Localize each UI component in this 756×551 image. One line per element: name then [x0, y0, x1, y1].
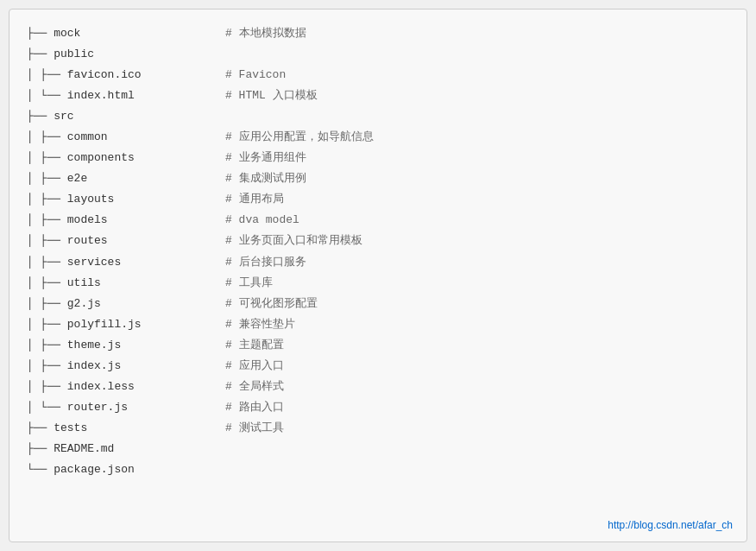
tree-line: │ ├── common# 应用公用配置，如导航信息 [27, 127, 729, 148]
tree-prefix: │ ├── favicon.ico [27, 65, 225, 86]
tree-comment: # 主题配置 [225, 335, 284, 356]
tree-comment: # 应用公用配置，如导航信息 [225, 127, 374, 148]
tree-prefix: └── package.json [27, 459, 225, 480]
tree-line: ├── public [27, 44, 729, 65]
tree-line: │ ├── g2.js# 可视化图形配置 [27, 294, 729, 314]
tree-line: ├── mock# 本地模拟数据 [27, 23, 729, 44]
tree-line: │ └── router.js# 路由入口 [27, 397, 729, 418]
tree-comment: # 业务页面入口和常用模板 [225, 231, 362, 251]
tree-comment: # 测试工具 [225, 418, 284, 439]
tree-comment: # Favicon [225, 65, 286, 86]
tree-prefix: │ ├── routes [27, 231, 225, 251]
tree-prefix: │ ├── theme.js [27, 335, 225, 356]
tree-prefix: ├── README.md [27, 439, 225, 459]
tree-line: │ ├── polyfill.js# 兼容性垫片 [27, 314, 729, 335]
tree-comment: # 应用入口 [225, 356, 284, 377]
tree-comment: # 集成测试用例 [225, 168, 306, 189]
tree-line: │ ├── favicon.ico# Favicon [27, 65, 729, 86]
file-tree-window: ├── mock# 本地模拟数据├── public│ ├── favicon.… [9, 9, 747, 542]
tree-prefix: │ └── index.html [27, 86, 225, 106]
tree-prefix: │ ├── common [27, 127, 225, 148]
tree-line: └── package.json [27, 459, 729, 480]
tree-comment: # 兼容性垫片 [225, 314, 295, 335]
tree-comment: # 可视化图形配置 [225, 294, 318, 314]
tree-comment: # 本地模拟数据 [225, 23, 306, 44]
tree-prefix: │ ├── g2.js [27, 294, 225, 314]
tree-prefix: │ ├── polyfill.js [27, 314, 225, 335]
tree-line: │ └── index.html# HTML 入口模板 [27, 86, 729, 106]
tree-line: │ ├── e2e# 集成测试用例 [27, 168, 729, 189]
tree-line: │ ├── components# 业务通用组件 [27, 148, 729, 168]
tree-line: │ ├── models# dva model [27, 210, 729, 231]
tree-prefix: ├── public [27, 44, 225, 65]
tree-comment: # dva model [225, 210, 299, 231]
tree-line: │ ├── theme.js# 主题配置 [27, 335, 729, 356]
watermark-link[interactable]: http://blog.csdn.net/afar_ch [608, 519, 733, 531]
tree-comment: # 工具库 [225, 273, 273, 294]
tree-comment: # 全局样式 [225, 377, 284, 397]
tree-comment: # 路由入口 [225, 397, 284, 418]
tree-prefix: ├── mock [27, 23, 225, 44]
tree-prefix: ├── tests [27, 418, 225, 439]
tree-line: ├── tests# 测试工具 [27, 418, 729, 439]
tree-comment: # 业务通用组件 [225, 148, 306, 168]
tree-line: │ ├── routes# 业务页面入口和常用模板 [27, 231, 729, 251]
tree-prefix: │ ├── services [27, 252, 225, 273]
tree-line: │ ├── utils# 工具库 [27, 273, 729, 294]
tree-comment: # 通用布局 [225, 189, 284, 210]
tree-line: │ ├── services# 后台接口服务 [27, 252, 729, 273]
tree-prefix: │ └── router.js [27, 397, 225, 418]
tree-comment: # 后台接口服务 [225, 252, 306, 273]
tree-line: │ ├── index.js# 应用入口 [27, 356, 729, 377]
tree-prefix: │ ├── e2e [27, 168, 225, 189]
tree-prefix: │ ├── layouts [27, 189, 225, 210]
tree-container: ├── mock# 本地模拟数据├── public│ ├── favicon.… [27, 23, 729, 480]
tree-prefix: │ ├── models [27, 210, 225, 231]
tree-comment: # HTML 入口模板 [225, 86, 318, 106]
tree-line: ├── src [27, 106, 729, 127]
tree-prefix: ├── src [27, 106, 225, 127]
tree-line: │ ├── layouts# 通用布局 [27, 189, 729, 210]
tree-prefix: │ ├── utils [27, 273, 225, 294]
tree-line: ├── README.md [27, 439, 729, 459]
tree-prefix: │ ├── index.less [27, 377, 225, 397]
tree-prefix: │ ├── index.js [27, 356, 225, 377]
tree-prefix: │ ├── components [27, 148, 225, 168]
tree-line: │ ├── index.less# 全局样式 [27, 377, 729, 397]
